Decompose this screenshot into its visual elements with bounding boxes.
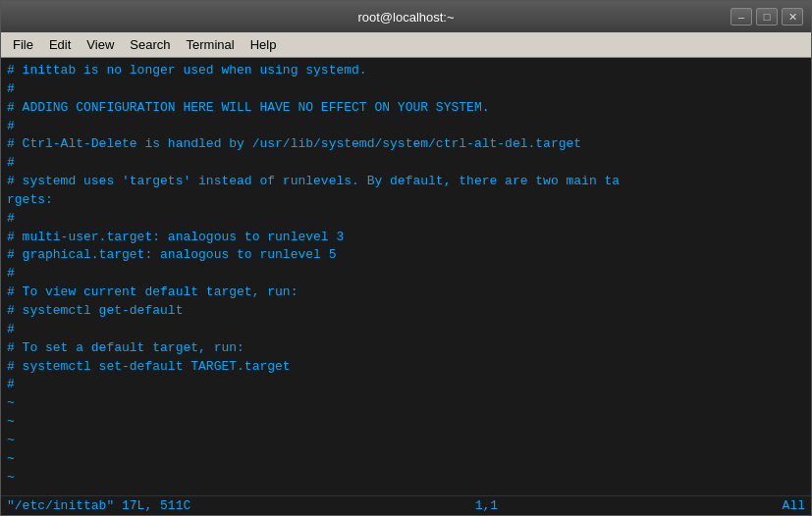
editor-content: # inittab is no longer used when using s… xyxy=(7,62,805,487)
maximize-button[interactable]: □ xyxy=(756,8,778,26)
menu-terminal[interactable]: Terminal xyxy=(179,35,243,54)
statusbar-file-info: "/etc/inittab" 17L, 511C xyxy=(7,498,190,513)
editor-area[interactable]: # inittab is no longer used when using s… xyxy=(1,58,811,495)
window-title: root@localhost:~ xyxy=(357,10,454,25)
statusbar-position: 1,1 xyxy=(475,498,498,513)
close-button[interactable]: ✕ xyxy=(782,8,803,26)
menu-search[interactable]: Search xyxy=(122,35,178,54)
menu-file[interactable]: File xyxy=(5,35,41,54)
window-controls: – □ ✕ xyxy=(731,8,803,26)
statusbar-scroll: All xyxy=(783,498,805,513)
menu-edit[interactable]: Edit xyxy=(41,35,79,54)
terminal-window: root@localhost:~ – □ ✕ File Edit View Se… xyxy=(0,0,812,516)
menubar: File Edit View Search Terminal Help xyxy=(1,32,811,58)
menu-help[interactable]: Help xyxy=(243,35,285,54)
titlebar: root@localhost:~ – □ ✕ xyxy=(1,1,811,32)
menu-view[interactable]: View xyxy=(79,35,122,54)
statusbar: "/etc/inittab" 17L, 511C 1,1 All xyxy=(1,495,811,515)
minimize-button[interactable]: – xyxy=(731,8,752,26)
